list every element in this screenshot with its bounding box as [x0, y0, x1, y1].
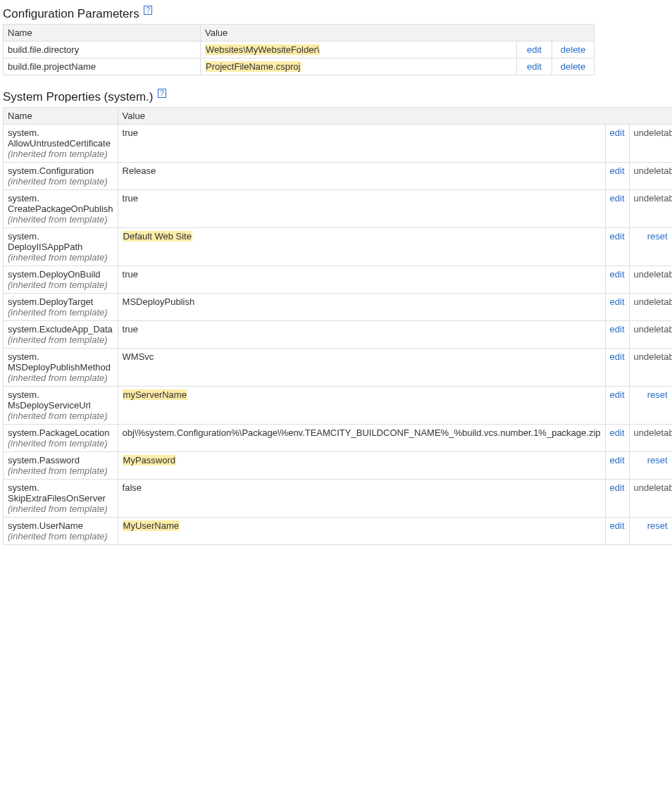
param-value: Websites\MyWebsiteFolder\	[205, 44, 320, 55]
undeletable-label: undeletable	[634, 482, 672, 493]
param-name: system. MsDeployServiceUrl(inherited fro…	[4, 387, 118, 425]
inherited-label: (inherited from template)	[8, 214, 113, 225]
param-name: system.PackageLocation(inherited from te…	[4, 425, 118, 452]
reset-link[interactable]: reset	[647, 455, 668, 465]
param-name: system. DeployIISAppPath(inherited from …	[4, 228, 118, 266]
delete-link[interactable]: delete	[561, 61, 585, 72]
param-value: Default Web Site	[123, 231, 192, 242]
edit-link[interactable]: edit	[610, 351, 625, 362]
undeletable-label: undeletable	[634, 296, 672, 307]
delete-link[interactable]: delete	[561, 44, 585, 55]
param-value: true	[123, 193, 138, 204]
edit-link[interactable]: edit	[610, 482, 625, 493]
config-params-heading: Configuration Parameters ?	[3, 7, 669, 21]
edit-link[interactable]: edit	[610, 324, 625, 334]
edit-link[interactable]: edit	[610, 269, 625, 280]
config-params-table: Name Value build.file.directoryWebsites\…	[3, 24, 595, 75]
param-value: MyPassword	[123, 455, 176, 465]
param-value-cell: Release	[118, 163, 605, 190]
table-row: build.file.projectNameProjectFileName.cs…	[4, 58, 595, 75]
col-value: Value	[201, 25, 595, 42]
param-value: true	[123, 324, 138, 334]
col-name: Name	[4, 25, 201, 42]
param-value: myServerName	[123, 389, 187, 400]
param-name: system. MSDeployPublishMethod(inherited …	[4, 349, 118, 387]
param-value-cell: WMSvc	[118, 349, 605, 387]
table-row: system.Password(inherited from template)…	[4, 452, 673, 480]
reset-link[interactable]: reset	[647, 520, 668, 531]
col-name: Name	[4, 108, 118, 125]
undeletable-label: undeletable	[634, 165, 672, 176]
param-value-cell: MyPassword	[118, 452, 605, 480]
inherited-label: (inherited from template)	[8, 503, 113, 514]
param-name: system.DeployTarget(inherited from templ…	[4, 294, 118, 321]
undeletable-label: undeletable	[634, 351, 672, 362]
param-value: Release	[123, 165, 156, 176]
help-icon[interactable]: ?	[144, 6, 152, 15]
inherited-label: (inherited from template)	[8, 307, 113, 318]
param-name: system.Configuration(inherited from temp…	[4, 163, 118, 190]
param-value-cell: true	[118, 266, 605, 294]
param-name: system. CreatePackageOnPublish(inherited…	[4, 190, 118, 228]
edit-link[interactable]: edit	[610, 427, 625, 438]
edit-link[interactable]: edit	[610, 231, 625, 242]
undeletable-label: undeletable	[634, 269, 672, 280]
edit-link[interactable]: edit	[610, 455, 625, 465]
table-row: system. DeployIISAppPath(inherited from …	[4, 228, 673, 266]
param-value-cell: ProjectFileName.csproj	[201, 58, 517, 75]
param-name: build.file.directory	[4, 42, 201, 58]
edit-link[interactable]: edit	[527, 44, 542, 55]
edit-link[interactable]: edit	[610, 127, 625, 138]
reset-link[interactable]: reset	[647, 389, 668, 400]
param-name: build.file.projectName	[4, 58, 201, 75]
inherited-label: (inherited from template)	[8, 373, 113, 383]
undeletable-label: undeletable	[634, 427, 672, 438]
table-row: system. MSDeployPublishMethod(inherited …	[4, 349, 673, 387]
param-value-cell: Default Web Site	[118, 228, 605, 266]
edit-link[interactable]: edit	[610, 296, 625, 307]
param-value: true	[123, 269, 138, 280]
table-row: system. SkipExtraFilesOnServer(inherited…	[4, 480, 673, 518]
param-name: system.ExcludeApp_Data(inherited from te…	[4, 321, 118, 349]
system-props-table: Name Value system. AllowUntrustedCertifi…	[3, 107, 672, 545]
param-value-cell: true	[118, 321, 605, 349]
edit-link[interactable]: edit	[610, 165, 625, 176]
reset-link[interactable]: reset	[647, 231, 668, 242]
edit-link[interactable]: edit	[527, 61, 542, 72]
inherited-label: (inherited from template)	[8, 149, 113, 159]
inherited-label: (inherited from template)	[8, 252, 113, 263]
inherited-label: (inherited from template)	[8, 465, 113, 476]
param-name: system.UserName(inherited from template)	[4, 518, 118, 545]
undeletable-label: undeletable	[634, 127, 672, 138]
inherited-label: (inherited from template)	[8, 438, 113, 449]
param-name: system.DeployOnBuild(inherited from temp…	[4, 266, 118, 294]
table-row: system.Configuration(inherited from temp…	[4, 163, 673, 190]
inherited-label: (inherited from template)	[8, 280, 113, 290]
col-value: Value	[118, 108, 672, 125]
edit-link[interactable]: edit	[610, 193, 625, 204]
inherited-label: (inherited from template)	[8, 411, 113, 421]
table-row: system.ExcludeApp_Data(inherited from te…	[4, 321, 673, 349]
edit-link[interactable]: edit	[610, 520, 625, 531]
param-value-cell: MyUserName	[118, 518, 605, 545]
param-value-cell: Websites\MyWebsiteFolder\	[201, 42, 517, 58]
param-value: MyUserName	[123, 520, 180, 531]
param-value: ProjectFileName.csproj	[205, 61, 301, 72]
config-params-title: Configuration Parameters	[3, 7, 139, 20]
param-value-cell: myServerName	[118, 387, 605, 425]
system-props-heading: System Properties (system.) ?	[3, 90, 669, 104]
param-value-cell: true	[118, 125, 605, 163]
edit-link[interactable]: edit	[610, 389, 625, 400]
param-value: WMSvc	[123, 351, 154, 362]
undeletable-label: undeletable	[634, 193, 672, 204]
table-row: build.file.directoryWebsites\MyWebsiteFo…	[4, 42, 595, 58]
inherited-label: (inherited from template)	[8, 531, 113, 542]
param-value-cell: false	[118, 480, 605, 518]
undeletable-label: undeletable	[634, 324, 672, 334]
table-row: system. MsDeployServiceUrl(inherited fro…	[4, 387, 673, 425]
help-icon[interactable]: ?	[158, 89, 166, 98]
param-value-cell: MSDeployPublish	[118, 294, 605, 321]
inherited-label: (inherited from template)	[8, 334, 113, 345]
system-props-title: System Properties (system.)	[3, 90, 154, 104]
table-row: system. CreatePackageOnPublish(inherited…	[4, 190, 673, 228]
